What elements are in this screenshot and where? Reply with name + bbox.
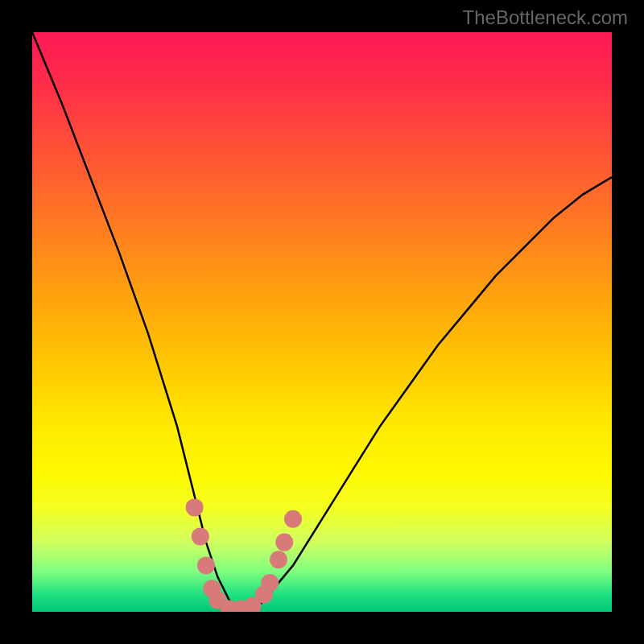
marker-dot [275, 534, 293, 551]
marker-dot [197, 556, 215, 574]
marker-dot [261, 574, 279, 592]
marker-dot [270, 551, 287, 568]
marker-dot [284, 510, 302, 528]
highlight-markers [186, 498, 302, 612]
chart-svg [32, 32, 612, 612]
marker-dot [192, 527, 209, 545]
marker-dot [186, 498, 204, 516]
plot-background [32, 32, 612, 612]
watermark-text: TheBottleneck.com [463, 6, 628, 29]
bottleneck-curve [32, 32, 612, 612]
